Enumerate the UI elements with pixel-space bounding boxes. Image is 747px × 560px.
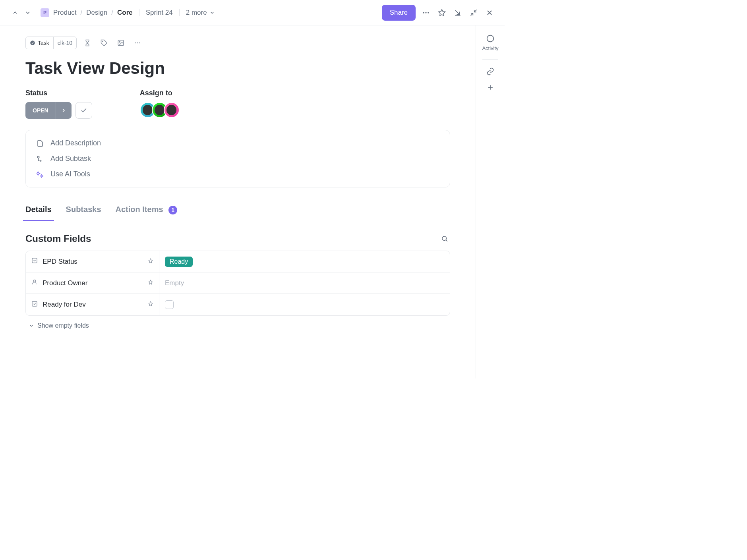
star-icon xyxy=(438,9,446,17)
image-button[interactable] xyxy=(115,37,127,49)
nav-arrows xyxy=(10,7,33,18)
activity-button[interactable]: Activity xyxy=(482,34,498,51)
divider xyxy=(139,9,139,16)
header-actions: Share xyxy=(382,5,495,21)
tab-details[interactable]: Details xyxy=(25,202,52,221)
task-id: clk-10 xyxy=(54,40,76,46)
pin-icon xyxy=(148,280,153,285)
task-title[interactable]: Task View Design xyxy=(25,59,450,78)
status-button[interactable]: OPEN xyxy=(25,102,72,119)
star-button[interactable] xyxy=(436,7,447,18)
breadcrumb: P Product / Design / Core Sprint 24 2 mo… xyxy=(41,8,215,17)
breadcrumb-separator: / xyxy=(81,9,83,17)
custom-field-label: Product Owner xyxy=(43,279,87,287)
tabs: Details Subtasks Action Items 1 xyxy=(25,202,450,221)
custom-field-label-cell[interactable]: Product Owner xyxy=(26,272,159,294)
status-next-button[interactable] xyxy=(56,102,72,119)
custom-field-label: EPD Status xyxy=(43,258,77,266)
breadcrumb-sprint[interactable]: Sprint 24 xyxy=(146,9,173,17)
breadcrumb-item-product[interactable]: Product xyxy=(53,9,77,17)
status-label: Status xyxy=(25,89,92,97)
nav-prev-button[interactable] xyxy=(10,7,21,18)
status-value: OPEN xyxy=(25,107,56,114)
svg-point-16 xyxy=(139,42,140,44)
custom-field-label-cell[interactable]: EPD Status xyxy=(26,251,159,272)
task-type-pill[interactable]: Task clk-10 xyxy=(25,37,77,49)
close-icon xyxy=(486,9,493,17)
tab-subtasks[interactable]: Subtasks xyxy=(66,202,101,221)
share-button[interactable]: Share xyxy=(382,5,416,21)
custom-field-value-cell[interactable] xyxy=(159,294,450,315)
chat-icon xyxy=(486,34,495,43)
field-checkbox[interactable] xyxy=(165,300,174,309)
add-panel-button[interactable] xyxy=(486,83,494,91)
svg-line-4 xyxy=(455,10,459,14)
custom-fields-table: EPD Status Ready Product Owner xyxy=(25,251,450,316)
more-meta-button[interactable] xyxy=(132,37,143,49)
task-type: Task xyxy=(26,37,54,49)
assign-label: Assign to xyxy=(140,89,180,97)
svg-point-17 xyxy=(37,156,39,158)
more-options-button[interactable] xyxy=(420,7,432,18)
document-icon xyxy=(36,140,44,147)
svg-rect-20 xyxy=(32,258,37,263)
svg-point-23 xyxy=(487,35,494,42)
avatar[interactable] xyxy=(164,102,180,118)
svg-point-18 xyxy=(442,236,447,241)
assignee-avatars[interactable] xyxy=(140,102,180,118)
chevron-down-icon xyxy=(29,323,34,328)
divider xyxy=(179,9,180,16)
hourglass-button[interactable] xyxy=(81,37,93,49)
svg-line-19 xyxy=(446,240,447,241)
chevron-up-icon xyxy=(12,10,18,16)
main-content: Task clk-10 Task View Design Status xyxy=(0,25,476,378)
chevron-down-icon xyxy=(209,10,215,15)
project-icon[interactable]: P xyxy=(41,8,49,17)
add-description-label: Add Description xyxy=(50,139,101,147)
tab-action-items-label: Action Items xyxy=(116,205,163,214)
svg-point-13 xyxy=(119,41,120,42)
use-ai-button[interactable]: Use AI Tools xyxy=(36,170,439,178)
status-group: OPEN xyxy=(25,102,92,119)
tag-button[interactable] xyxy=(98,37,110,49)
link-button[interactable] xyxy=(486,68,494,75)
pin-button[interactable] xyxy=(148,279,153,287)
dots-horizontal-icon xyxy=(134,39,141,46)
show-empty-label: Show empty fields xyxy=(37,322,89,329)
add-description-button[interactable]: Add Description xyxy=(36,139,439,147)
pin-button[interactable] xyxy=(148,301,153,309)
suggestions-box: Add Description Add Subtask Use AI Tools xyxy=(25,130,450,187)
fields-row: Status OPEN Assign to xyxy=(25,89,450,119)
add-subtask-label: Add Subtask xyxy=(50,154,91,163)
svg-line-6 xyxy=(471,13,473,15)
complete-button[interactable] xyxy=(75,102,92,119)
tag-icon xyxy=(101,39,108,46)
sparkle-icon xyxy=(36,171,44,178)
search-fields-button[interactable] xyxy=(439,233,450,244)
collapse-button[interactable] xyxy=(468,7,479,18)
add-subtask-button[interactable]: Add Subtask xyxy=(36,154,439,163)
tab-action-items[interactable]: Action Items 1 xyxy=(116,202,178,221)
breadcrumb-item-core[interactable]: Core xyxy=(117,9,133,17)
pin-button[interactable] xyxy=(148,258,153,266)
header: P Product / Design / Core Sprint 24 2 mo… xyxy=(0,0,505,25)
check-circle-icon xyxy=(30,40,35,46)
search-icon xyxy=(441,235,448,242)
breadcrumb-more[interactable]: 2 more xyxy=(186,9,215,17)
task-meta-row: Task clk-10 xyxy=(25,37,450,49)
svg-point-0 xyxy=(423,12,424,13)
svg-point-21 xyxy=(33,280,35,282)
pin-icon xyxy=(148,301,153,307)
custom-field-row: Product Owner Empty xyxy=(26,272,450,294)
close-button[interactable] xyxy=(484,7,495,18)
show-empty-fields-button[interactable]: Show empty fields xyxy=(25,322,450,329)
plus-icon xyxy=(486,83,494,91)
nav-next-button[interactable] xyxy=(22,7,33,18)
custom-field-value-cell[interactable]: Empty xyxy=(159,272,450,294)
custom-field-value-cell[interactable]: Ready xyxy=(159,251,450,272)
download-button[interactable] xyxy=(452,7,463,18)
custom-field-label-cell[interactable]: Ready for Dev xyxy=(26,294,159,315)
breadcrumb-item-design[interactable]: Design xyxy=(86,9,107,17)
svg-point-15 xyxy=(137,42,138,44)
breadcrumb-more-label: 2 more xyxy=(186,9,207,17)
